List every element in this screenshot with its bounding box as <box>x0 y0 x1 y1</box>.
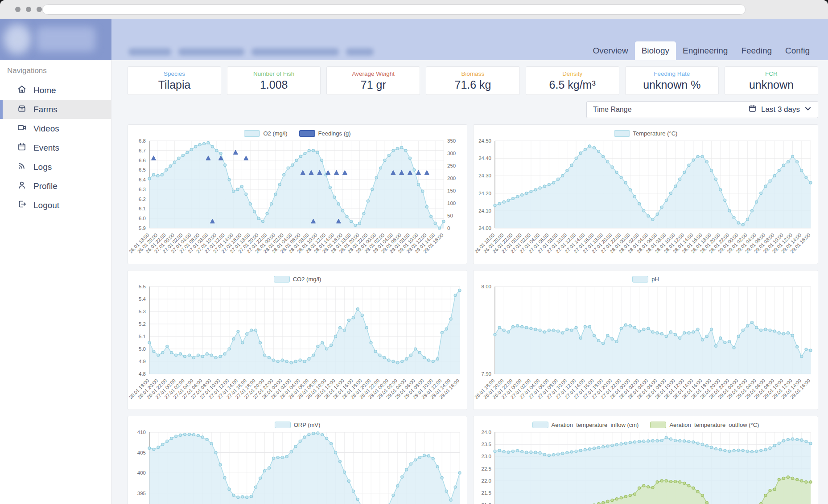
farms-icon <box>17 103 27 115</box>
legend-swatch <box>632 276 648 283</box>
stat-card-density: Density6.5 kg/m³ <box>526 66 619 95</box>
chart-legend: O2 (mg/l)Feedings (g) <box>128 128 467 138</box>
chart-plot: 41040540039539026.01 18:0026.01 20:0026.… <box>128 430 467 504</box>
window-controls[interactable] <box>15 7 42 12</box>
svg-text:24.00: 24.00 <box>478 225 491 231</box>
svg-text:6.8: 6.8 <box>139 138 146 143</box>
chart-legend: Temperature (°C) <box>474 128 818 138</box>
chart-legend: ORP (mV) <box>128 420 467 430</box>
stat-value: unknown <box>725 78 818 91</box>
svg-text:350: 350 <box>447 138 456 143</box>
svg-text:150: 150 <box>447 188 456 193</box>
legend-label: ORP (mV) <box>294 422 321 428</box>
logout-icon <box>17 199 27 211</box>
sidebar-item-label: Events <box>33 143 59 153</box>
chart-plot: 24.023.523.022.522.021.521.020.526.01 18… <box>474 430 818 504</box>
stat-label: Species <box>128 70 221 77</box>
stat-card-fcr: FCRunknown <box>725 66 818 95</box>
tab-overview[interactable]: Overview <box>586 41 634 60</box>
main-content: SpeciesTilapiaNumber of Fish1.008Average… <box>111 60 828 504</box>
legend-item: Feedings (g) <box>299 130 351 137</box>
svg-text:22.0: 22.0 <box>482 478 491 484</box>
logs-icon <box>17 161 27 173</box>
svg-text:400: 400 <box>137 470 146 475</box>
sidebar: Navigations HomeFarmsVideosEventsLogsPro… <box>0 60 111 504</box>
chart-plot: 6.86.76.66.56.46.36.26.16.05.93503002502… <box>128 138 467 264</box>
chevron-down-icon <box>804 105 812 115</box>
legend-swatch <box>299 130 315 137</box>
sidebar-item-profile[interactable]: Profile <box>0 176 111 196</box>
svg-text:4.8: 4.8 <box>139 371 146 377</box>
sidebar-item-logs[interactable]: Logs <box>0 157 111 176</box>
events-icon <box>17 142 27 154</box>
sidebar-item-farms[interactable]: Farms <box>0 100 111 119</box>
svg-text:5.9: 5.9 <box>139 225 146 231</box>
browser-chrome <box>0 0 828 19</box>
sidebar-item-home[interactable]: Home <box>0 81 111 100</box>
svg-text:7.90: 7.90 <box>482 371 491 377</box>
svg-text:200: 200 <box>447 176 456 181</box>
stat-label: Average Weight <box>327 70 420 77</box>
legend-swatch <box>275 422 291 428</box>
url-bar[interactable] <box>42 4 746 15</box>
stat-card-average-weight: Average Weight71 gr <box>326 66 420 95</box>
svg-text:5.4: 5.4 <box>139 296 146 302</box>
profile-icon <box>17 180 27 192</box>
svg-text:5.2: 5.2 <box>139 321 146 327</box>
sidebar-item-events[interactable]: Events <box>0 138 111 157</box>
stat-card-number-of-fish: Number of Fish1.008 <box>227 66 321 95</box>
svg-text:395: 395 <box>137 491 146 496</box>
legend-swatch <box>614 130 630 137</box>
time-range-value: Last 3 days <box>761 105 800 114</box>
window-control-dot[interactable] <box>15 7 21 12</box>
chart-plot: 24.5024.4024.3024.2024.1024.0026.01 18:0… <box>474 138 818 264</box>
legend-label: O2 (mg/l) <box>263 130 287 137</box>
stat-label: Density <box>526 70 619 77</box>
chart-legend: pH <box>474 274 818 284</box>
stat-label: FCR <box>725 70 818 77</box>
chart-temperature: Temperature (°C)24.5024.4024.3024.2024.1… <box>473 124 818 264</box>
app-window: OverviewBiologyEngineeringFeedingConfig … <box>0 0 828 504</box>
sidebar-title: Navigations <box>7 66 111 75</box>
sidebar-item-logout[interactable]: Logout <box>0 196 111 215</box>
calendar-icon <box>748 104 757 115</box>
chart-orp: ORP (mV)41040540039539026.01 18:0026.01 … <box>128 416 467 504</box>
sidebar-item-label: Home <box>33 86 56 95</box>
sidebar-item-videos[interactable]: Videos <box>0 119 111 138</box>
svg-text:6.3: 6.3 <box>139 187 146 192</box>
svg-text:410: 410 <box>137 430 146 435</box>
svg-text:100: 100 <box>447 201 456 206</box>
window-control-dot[interactable] <box>37 7 42 12</box>
legend-item: Aeration_temperature_inflow (cm) <box>532 422 639 428</box>
tab-feeding[interactable]: Feeding <box>734 41 779 60</box>
legend-label: Aeration_temperature_inflow (cm) <box>552 422 639 428</box>
tab-config[interactable]: Config <box>779 41 816 60</box>
legend-item: ORP (mV) <box>275 422 321 428</box>
svg-text:6.1: 6.1 <box>139 206 146 211</box>
svg-text:24.50: 24.50 <box>478 138 491 143</box>
legend-label: Temperature (°C) <box>633 130 678 137</box>
svg-text:24.0: 24.0 <box>482 430 491 435</box>
svg-text:22.5: 22.5 <box>482 466 491 471</box>
svg-text:24.10: 24.10 <box>478 208 491 213</box>
tab-engineering[interactable]: Engineering <box>676 41 734 60</box>
legend-swatch <box>650 422 666 428</box>
time-range-select[interactable]: Time Range Last 3 days <box>586 101 818 118</box>
svg-text:24.40: 24.40 <box>478 156 491 161</box>
chart-co2: CO2 (mg/l)5.55.45.35.25.15.04.94.826.01 … <box>128 270 467 410</box>
svg-text:8.00: 8.00 <box>482 284 491 289</box>
stat-value: 1.008 <box>227 78 320 91</box>
section-tab-bar: OverviewBiologyEngineeringFeedingConfig <box>586 41 816 60</box>
stat-label: Number of Fish <box>227 70 320 77</box>
svg-text:24.20: 24.20 <box>478 191 491 196</box>
breadcrumb-segment-blurred <box>178 48 244 56</box>
svg-text:5.0: 5.0 <box>139 346 146 352</box>
sidebar-item-label: Logout <box>33 201 59 210</box>
svg-text:6.5: 6.5 <box>139 167 146 172</box>
tab-biology[interactable]: Biology <box>635 41 676 60</box>
svg-text:300: 300 <box>447 151 456 156</box>
svg-text:23.0: 23.0 <box>482 454 491 459</box>
window-control-dot[interactable] <box>26 7 31 12</box>
sidebar-item-label: Profile <box>33 181 58 191</box>
videos-icon <box>17 123 27 135</box>
